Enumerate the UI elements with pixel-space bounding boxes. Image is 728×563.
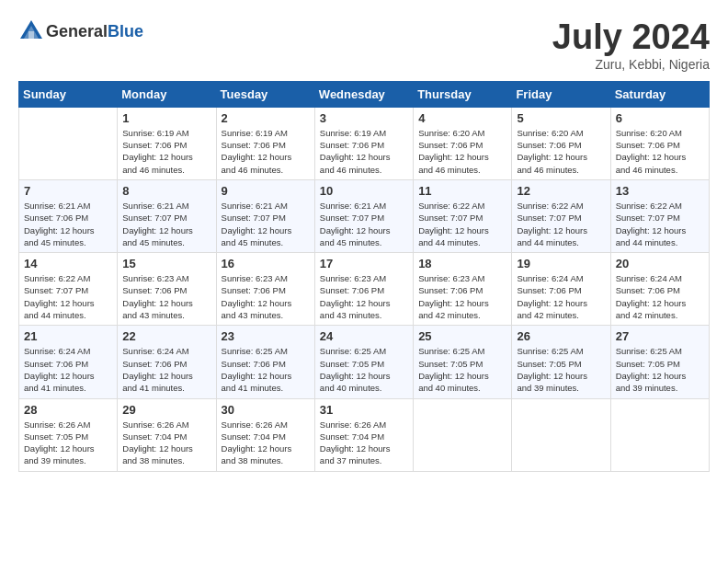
- day-info: Sunrise: 6:22 AM Sunset: 7:07 PM Dayligh…: [418, 200, 506, 248]
- day-info: Sunrise: 6:25 AM Sunset: 7:05 PM Dayligh…: [616, 345, 704, 394]
- day-info: Sunrise: 6:26 AM Sunset: 7:05 PM Dayligh…: [24, 419, 112, 467]
- calendar-cell: 18Sunrise: 6:23 AM Sunset: 7:06 PM Dayli…: [414, 253, 512, 326]
- calendar-cell: 9Sunrise: 6:21 AM Sunset: 7:07 PM Daylig…: [216, 179, 314, 252]
- page-header: GeneralBlue July 2024 Zuru, Kebbi, Niger…: [18, 18, 710, 72]
- day-number: 4: [418, 111, 506, 125]
- calendar-cell: [19, 107, 118, 179]
- day-info: Sunrise: 6:24 AM Sunset: 7:06 PM Dayligh…: [517, 272, 605, 321]
- day-info: Sunrise: 6:23 AM Sunset: 7:06 PM Dayligh…: [122, 272, 210, 321]
- day-number: 24: [320, 329, 408, 343]
- calendar-week-row: 7Sunrise: 6:21 AM Sunset: 7:06 PM Daylig…: [19, 179, 710, 252]
- day-info: Sunrise: 6:19 AM Sunset: 7:06 PM Dayligh…: [320, 127, 408, 176]
- calendar-table: SundayMondayTuesdayWednesdayThursdayFrid…: [18, 81, 710, 472]
- calendar-cell: 15Sunrise: 6:23 AM Sunset: 7:06 PM Dayli…: [118, 253, 216, 326]
- logo: GeneralBlue: [18, 18, 143, 44]
- day-info: Sunrise: 6:25 AM Sunset: 7:05 PM Dayligh…: [418, 345, 506, 394]
- day-number: 12: [517, 184, 605, 198]
- day-info: Sunrise: 6:19 AM Sunset: 7:06 PM Dayligh…: [122, 127, 210, 176]
- calendar-cell: 5Sunrise: 6:20 AM Sunset: 7:06 PM Daylig…: [512, 107, 610, 179]
- day-info: Sunrise: 6:24 AM Sunset: 7:06 PM Dayligh…: [24, 345, 112, 394]
- day-number: 20: [616, 257, 704, 270]
- day-number: 5: [517, 111, 605, 125]
- day-number: 26: [517, 329, 605, 343]
- calendar-cell: 27Sunrise: 6:25 AM Sunset: 7:05 PM Dayli…: [610, 326, 709, 398]
- day-number: 8: [122, 184, 210, 198]
- day-info: Sunrise: 6:25 AM Sunset: 7:06 PM Dayligh…: [222, 345, 310, 394]
- day-info: Sunrise: 6:26 AM Sunset: 7:04 PM Dayligh…: [222, 419, 310, 467]
- calendar-cell: 21Sunrise: 6:24 AM Sunset: 7:06 PM Dayli…: [19, 326, 118, 398]
- day-number: 3: [320, 111, 408, 125]
- day-info: Sunrise: 6:20 AM Sunset: 7:06 PM Dayligh…: [616, 127, 704, 176]
- calendar-cell: 6Sunrise: 6:20 AM Sunset: 7:06 PM Daylig…: [610, 107, 709, 179]
- calendar-cell: 26Sunrise: 6:25 AM Sunset: 7:05 PM Dayli…: [512, 326, 610, 398]
- day-number: 31: [320, 403, 408, 417]
- day-number: 13: [616, 184, 704, 198]
- calendar-cell: 1Sunrise: 6:19 AM Sunset: 7:06 PM Daylig…: [118, 107, 216, 179]
- day-info: Sunrise: 6:22 AM Sunset: 7:07 PM Dayligh…: [616, 200, 704, 248]
- day-info: Sunrise: 6:22 AM Sunset: 7:07 PM Dayligh…: [24, 272, 112, 321]
- day-number: 11: [418, 184, 506, 198]
- calendar-cell: 19Sunrise: 6:24 AM Sunset: 7:06 PM Dayli…: [512, 253, 610, 326]
- calendar-cell: 10Sunrise: 6:21 AM Sunset: 7:07 PM Dayli…: [314, 179, 413, 252]
- day-number: 6: [616, 111, 704, 125]
- location: Zuru, Kebbi, Nigeria: [552, 57, 710, 72]
- calendar-cell: 4Sunrise: 6:20 AM Sunset: 7:06 PM Daylig…: [414, 107, 512, 179]
- calendar-cell: 17Sunrise: 6:23 AM Sunset: 7:06 PM Dayli…: [314, 253, 413, 326]
- day-number: 15: [122, 257, 210, 270]
- day-info: Sunrise: 6:21 AM Sunset: 7:07 PM Dayligh…: [320, 200, 408, 248]
- calendar-cell: 31Sunrise: 6:26 AM Sunset: 7:04 PM Dayli…: [314, 398, 413, 471]
- calendar-cell: 12Sunrise: 6:22 AM Sunset: 7:07 PM Dayli…: [512, 179, 610, 252]
- day-info: Sunrise: 6:23 AM Sunset: 7:06 PM Dayligh…: [320, 272, 408, 321]
- col-header-saturday: Saturday: [610, 81, 709, 107]
- calendar-cell: 7Sunrise: 6:21 AM Sunset: 7:06 PM Daylig…: [19, 179, 118, 252]
- svg-rect-2: [28, 31, 34, 39]
- day-number: 7: [24, 184, 112, 198]
- day-number: 23: [222, 329, 310, 343]
- calendar-cell: 30Sunrise: 6:26 AM Sunset: 7:04 PM Dayli…: [216, 398, 314, 471]
- calendar-week-row: 14Sunrise: 6:22 AM Sunset: 7:07 PM Dayli…: [19, 253, 710, 326]
- calendar-cell: 3Sunrise: 6:19 AM Sunset: 7:06 PM Daylig…: [314, 107, 413, 179]
- day-info: Sunrise: 6:23 AM Sunset: 7:06 PM Dayligh…: [418, 272, 506, 321]
- month-title: July 2024: [552, 18, 710, 57]
- day-info: Sunrise: 6:26 AM Sunset: 7:04 PM Dayligh…: [122, 419, 210, 467]
- day-number: 27: [616, 329, 704, 343]
- col-header-friday: Friday: [512, 81, 610, 107]
- day-number: 21: [24, 329, 112, 343]
- day-info: Sunrise: 6:20 AM Sunset: 7:06 PM Dayligh…: [517, 127, 605, 176]
- logo-icon: [18, 18, 44, 44]
- day-info: Sunrise: 6:24 AM Sunset: 7:06 PM Dayligh…: [616, 272, 704, 321]
- day-number: 29: [122, 403, 210, 417]
- calendar-cell: 23Sunrise: 6:25 AM Sunset: 7:06 PM Dayli…: [216, 326, 314, 398]
- day-number: 19: [517, 257, 605, 270]
- calendar-cell: 25Sunrise: 6:25 AM Sunset: 7:05 PM Dayli…: [414, 326, 512, 398]
- day-number: 17: [320, 257, 408, 270]
- col-header-thursday: Thursday: [414, 81, 512, 107]
- day-info: Sunrise: 6:20 AM Sunset: 7:06 PM Dayligh…: [418, 127, 506, 176]
- calendar-week-row: 1Sunrise: 6:19 AM Sunset: 7:06 PM Daylig…: [19, 107, 710, 179]
- calendar-cell: 29Sunrise: 6:26 AM Sunset: 7:04 PM Dayli…: [118, 398, 216, 471]
- logo-general: General: [46, 22, 108, 40]
- calendar-cell: [512, 398, 610, 471]
- col-header-monday: Monday: [118, 81, 216, 107]
- calendar-cell: [414, 398, 512, 471]
- day-number: 28: [24, 403, 112, 417]
- calendar-cell: 24Sunrise: 6:25 AM Sunset: 7:05 PM Dayli…: [314, 326, 413, 398]
- col-header-sunday: Sunday: [19, 81, 118, 107]
- day-info: Sunrise: 6:19 AM Sunset: 7:06 PM Dayligh…: [222, 127, 310, 176]
- calendar-cell: 14Sunrise: 6:22 AM Sunset: 7:07 PM Dayli…: [19, 253, 118, 326]
- calendar-week-row: 21Sunrise: 6:24 AM Sunset: 7:06 PM Dayli…: [19, 326, 710, 398]
- day-number: 9: [222, 184, 310, 198]
- day-number: 22: [122, 329, 210, 343]
- calendar-cell: 2Sunrise: 6:19 AM Sunset: 7:06 PM Daylig…: [216, 107, 314, 179]
- day-number: 18: [418, 257, 506, 270]
- logo-text: GeneralBlue: [46, 22, 143, 41]
- calendar-cell: 11Sunrise: 6:22 AM Sunset: 7:07 PM Dayli…: [414, 179, 512, 252]
- day-number: 30: [222, 403, 310, 417]
- day-number: 2: [222, 111, 310, 125]
- calendar-cell: 28Sunrise: 6:26 AM Sunset: 7:05 PM Dayli…: [19, 398, 118, 471]
- day-number: 16: [222, 257, 310, 270]
- title-block: July 2024 Zuru, Kebbi, Nigeria: [552, 18, 710, 72]
- calendar-cell: [610, 398, 709, 471]
- day-info: Sunrise: 6:21 AM Sunset: 7:07 PM Dayligh…: [222, 200, 310, 248]
- logo-blue: Blue: [108, 22, 143, 40]
